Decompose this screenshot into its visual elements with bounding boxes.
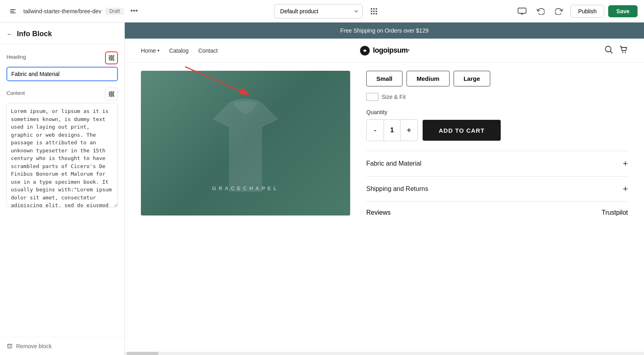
size-small-button[interactable]: Small xyxy=(366,71,402,86)
size-fit-row: Size & Fit xyxy=(366,93,628,101)
size-large-button[interactable]: Large xyxy=(454,71,490,86)
content-settings-icon[interactable] xyxy=(105,88,118,101)
accordion-shipping: Shipping and Returns + xyxy=(366,176,628,201)
trustpilot-label: Trustpilot xyxy=(602,209,628,216)
save-button[interactable]: Save xyxy=(608,5,638,17)
svg-rect-5 xyxy=(520,13,524,14)
product-image: GRACECHAPEL xyxy=(141,71,350,215)
svg-point-15 xyxy=(112,91,114,93)
main-layout: ← Info Block Heading xyxy=(0,23,644,355)
svg-rect-4 xyxy=(521,14,523,14)
sidebar-content: Heading Content xyxy=(0,44,124,337)
redo-icon[interactable] xyxy=(552,4,566,18)
nav-icons xyxy=(605,45,628,56)
accordion-shipping-toggle-icon[interactable]: + xyxy=(623,184,628,194)
quantity-label: Quantity xyxy=(366,109,628,115)
product-details: Small Medium Large Size & Fit Quantity xyxy=(366,71,628,224)
size-options: Small Medium Large xyxy=(366,71,628,86)
topbar: tailwind-starter-theme/bree-dev Draft ••… xyxy=(0,0,644,23)
store-nav: Home ▾ Catalog Contact logoipsum· xyxy=(125,39,644,63)
svg-point-26 xyxy=(625,52,626,53)
grid-view-icon[interactable] xyxy=(367,4,381,18)
add-to-cart-button[interactable]: ADD TO CART xyxy=(423,120,501,141)
heading-settings-icon[interactable] xyxy=(105,51,118,64)
preview-area: Free Shipping on Orders over $129 Home ▾… xyxy=(125,23,644,355)
quantity-decrease-button[interactable]: - xyxy=(367,120,384,141)
topbar-center: Default product xyxy=(145,4,510,18)
back-icon[interactable] xyxy=(6,5,19,18)
accordion-shipping-header[interactable]: Shipping and Returns + xyxy=(366,184,628,194)
svg-line-24 xyxy=(611,51,613,53)
sidebar-title: Info Block xyxy=(17,30,52,38)
site-name: tailwind-starter-theme/bree-dev xyxy=(23,8,101,14)
content-textarea[interactable]: Lorem ipsum, or lipsum as it is sometime… xyxy=(6,103,118,207)
cart-icon[interactable] xyxy=(619,45,628,56)
product-image-watermark: GRACECHAPEL xyxy=(212,185,279,191)
svg-rect-1 xyxy=(10,11,14,12)
svg-rect-18 xyxy=(8,345,12,348)
size-medium-button[interactable]: Medium xyxy=(407,71,450,86)
preview-scrollbar-track xyxy=(125,352,644,355)
size-fit-label: Size & Fit xyxy=(382,94,406,100)
size-fit-icon xyxy=(366,93,378,101)
more-options-button[interactable]: ••• xyxy=(128,5,140,17)
svg-rect-3 xyxy=(518,8,526,13)
accordion-fabric: Fabric and Material + xyxy=(366,151,628,176)
product-select[interactable]: Default product xyxy=(274,4,363,18)
accordion-reviews: Reviews Trustpilot xyxy=(366,201,628,224)
search-icon[interactable] xyxy=(605,45,613,55)
sidebar: ← Info Block Heading xyxy=(0,23,125,355)
svg-point-16 xyxy=(109,93,111,95)
store-banner: Free Shipping on Orders over $129 xyxy=(125,23,644,39)
heading-input[interactable] xyxy=(6,67,118,81)
nav-home[interactable]: Home ▾ xyxy=(141,47,159,54)
heading-field-row: Heading xyxy=(6,51,118,64)
preview-scrollbar-thumb[interactable] xyxy=(126,352,159,355)
nav-contact[interactable]: Contact xyxy=(198,47,218,54)
nav-links: Home ▾ Catalog Contact xyxy=(141,47,218,54)
remove-block-label: Remove block xyxy=(16,343,52,349)
accordion-section: Fabric and Material + Shipping and Retur… xyxy=(366,151,628,224)
accordion-fabric-toggle-icon[interactable]: + xyxy=(623,158,628,169)
reviews-label: Reviews xyxy=(366,209,390,216)
banner-text: Free Shipping on Orders over $129 xyxy=(340,27,428,34)
sidebar-header: ← Info Block xyxy=(0,23,124,44)
desktop-view-icon[interactable] xyxy=(515,4,529,18)
remove-block-button[interactable]: Remove block xyxy=(0,337,124,355)
quantity-control: - 1 + xyxy=(366,119,418,141)
content-field-row: Content xyxy=(6,88,118,101)
svg-point-17 xyxy=(112,95,114,97)
quantity-increase-button[interactable]: + xyxy=(400,120,417,141)
store-logo: logoipsum· xyxy=(359,45,410,56)
topbar-right: Publish Save xyxy=(515,4,638,18)
heading-label: Heading xyxy=(6,54,26,60)
accordion-shipping-label: Shipping and Returns xyxy=(366,185,428,193)
product-image-container: GRACECHAPEL xyxy=(141,71,350,224)
draft-badge[interactable]: Draft xyxy=(105,8,124,15)
content-label: Content xyxy=(6,90,25,96)
svg-rect-0 xyxy=(10,9,16,10)
svg-point-10 xyxy=(109,57,111,59)
quantity-row: - 1 + ADD TO CART xyxy=(366,119,628,141)
svg-rect-2 xyxy=(10,12,16,13)
svg-point-9 xyxy=(112,55,114,57)
publish-button[interactable]: Publish xyxy=(570,5,604,18)
accordion-fabric-header[interactable]: Fabric and Material + xyxy=(366,158,628,169)
undo-icon[interactable] xyxy=(533,4,548,18)
sidebar-back-icon[interactable]: ← xyxy=(6,31,13,38)
svg-point-11 xyxy=(112,59,114,61)
nav-catalog[interactable]: Catalog xyxy=(169,47,188,54)
svg-point-25 xyxy=(622,52,623,53)
topbar-left: tailwind-starter-theme/bree-dev Draft ••… xyxy=(6,5,140,18)
product-section: GRACECHAPEL Small Medium Large xyxy=(125,63,644,232)
quantity-value: 1 xyxy=(384,120,400,141)
accordion-fabric-label: Fabric and Material xyxy=(366,160,421,167)
